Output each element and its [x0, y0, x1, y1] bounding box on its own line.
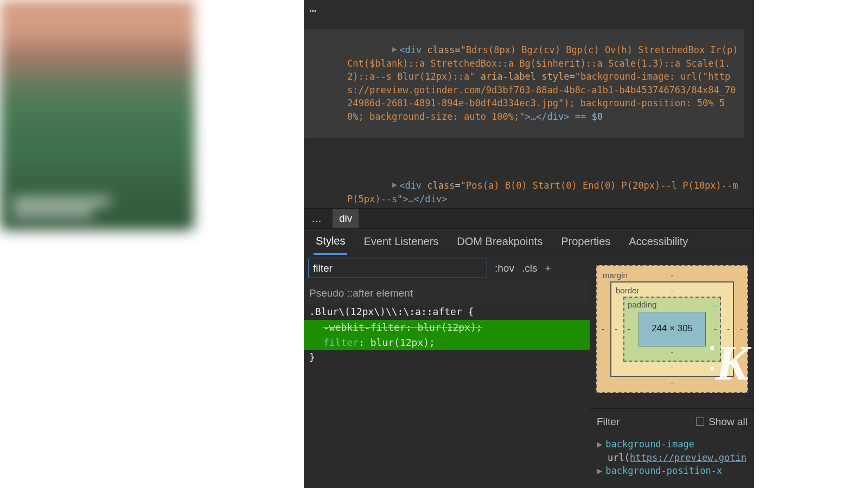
- computed-prop-value: url(https://preview.gotin: [597, 451, 748, 465]
- tab-properties[interactable]: Properties: [559, 229, 612, 254]
- elements-dom-tree[interactable]: ⋯ ▶<div class="Bdrs(8px) Bgz(cv) Bgp(c) …: [304, 0, 754, 208]
- show-all-toggle[interactable]: Show all: [696, 414, 748, 429]
- dom-node[interactable]: ▶<div class="Pos(a) B(0) Start(0) End(0)…: [304, 165, 744, 208]
- computed-filter-placeholder[interactable]: Filter: [597, 414, 620, 429]
- tab-event-listeners[interactable]: Event Listeners: [361, 229, 441, 254]
- css-rule-close: }: [304, 350, 590, 364]
- breadcrumb-ellipsis[interactable]: …: [311, 211, 322, 226]
- expand-triangle-icon[interactable]: ▶: [392, 178, 397, 191]
- css-declaration-filter[interactable]: filter: blur(12px);: [304, 335, 590, 350]
- box-model-diagram[interactable]: margin - - - - border - - - - padding -: [590, 255, 754, 408]
- devtools-panel: ⋯ ▶<div class="Bdrs(8px) Bgz(cv) Bgp(c) …: [304, 0, 754, 488]
- computed-prop-background-image[interactable]: ▶background-image: [597, 438, 748, 451]
- pseudo-section-header: Pseudo ::after element: [304, 281, 590, 304]
- css-rule-selector[interactable]: .Blur\(12px\)\\:\:a::after {: [304, 304, 590, 320]
- box-margin-label: margin: [603, 269, 628, 281]
- expand-triangle-icon[interactable]: ▶: [597, 465, 602, 476]
- new-rule-button[interactable]: +: [545, 261, 551, 276]
- blurred-profile-card: [0, 0, 194, 230]
- tab-accessibility[interactable]: Accessibility: [627, 229, 690, 254]
- hov-toggle[interactable]: :hov: [495, 261, 514, 276]
- styles-rules-pane: :hov .cls + Pseudo ::after element .Blur…: [304, 255, 590, 488]
- css-declaration-webkit-filter[interactable]: -webkit-filter: blur(12px);: [304, 320, 590, 335]
- styles-filter-input[interactable]: [308, 259, 487, 278]
- computed-prop-background-position-x[interactable]: ▶background-position-x: [597, 464, 748, 478]
- checkbox-icon[interactable]: [696, 418, 704, 426]
- card-text-placeholder-2: [12, 210, 93, 216]
- breadcrumb[interactable]: … div: [304, 208, 754, 229]
- cls-toggle[interactable]: .cls: [522, 261, 538, 276]
- tab-styles[interactable]: Styles: [314, 229, 347, 255]
- expand-triangle-icon[interactable]: ▶: [597, 439, 602, 450]
- box-border-label: border: [616, 285, 639, 297]
- card-text-placeholder-1: [12, 198, 111, 204]
- styles-tabs: Styles Event Listeners DOM Breakpoints P…: [304, 229, 754, 255]
- expand-triangle-icon[interactable]: ▶: [392, 42, 397, 56]
- computed-url-link[interactable]: https://preview.gotin: [630, 452, 746, 463]
- dom-toolbar-more-icon[interactable]: ⋯: [309, 2, 317, 20]
- box-padding-label: padding: [628, 299, 656, 311]
- dom-node-selected[interactable]: ▶<div class="Bdrs(8px) Bgz(cv) Bgp(c) Ov…: [304, 29, 744, 138]
- tab-dom-breakpoints[interactable]: DOM Breakpoints: [455, 229, 545, 254]
- breadcrumb-current[interactable]: div: [333, 209, 359, 228]
- box-content-dimensions: 244 × 305: [639, 312, 706, 346]
- computed-properties-list[interactable]: ▶background-image url(https://preview.go…: [590, 434, 754, 483]
